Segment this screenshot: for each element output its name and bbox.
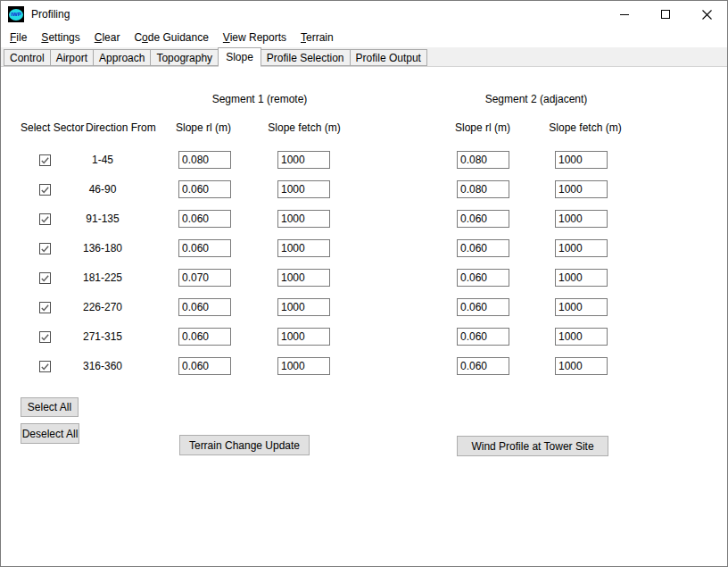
- maximize-icon: [661, 10, 670, 19]
- column-header-direction-from: Direction From: [86, 121, 156, 134]
- close-button[interactable]: [686, 1, 727, 28]
- seg1-slope-rl-input[interactable]: [178, 357, 231, 375]
- direction-range-label: 136-180: [74, 242, 131, 254]
- column-header-seg2-slope-rl: Slope rl (m): [429, 121, 536, 134]
- sector-row: 181-225: [1, 263, 727, 293]
- direction-range-label: 181-225: [74, 271, 131, 284]
- sector-checkbox[interactable]: [39, 154, 51, 166]
- sector-checkbox[interactable]: [39, 331, 51, 343]
- seg2-slope-rl-input[interactable]: [457, 328, 509, 346]
- seg1-slope-fetch-input[interactable]: [277, 357, 330, 375]
- wind-profile-tower-button[interactable]: Wind Profile at Tower Site: [457, 436, 608, 456]
- checkmark-icon: [40, 273, 50, 283]
- sector-checkbox[interactable]: [39, 302, 51, 313]
- tab-profile-output[interactable]: Profile Output: [350, 49, 427, 66]
- tab-control[interactable]: Control: [4, 49, 51, 66]
- menu-item-file[interactable]: File: [4, 29, 33, 46]
- seg1-slope-rl-input[interactable]: [178, 210, 231, 228]
- seg2-slope-rl-input[interactable]: [457, 298, 509, 316]
- direction-range-label: 271-315: [74, 330, 131, 343]
- seg2-slope-fetch-input[interactable]: [555, 151, 608, 169]
- seg2-slope-rl-input[interactable]: [457, 180, 509, 198]
- minimize-icon: [620, 14, 629, 15]
- seg1-slope-fetch-input[interactable]: [277, 328, 330, 346]
- seg1-slope-fetch-input[interactable]: [277, 239, 330, 257]
- direction-range-label: 316-360: [74, 360, 131, 372]
- close-icon: [702, 10, 712, 20]
- checkmark-icon: [40, 332, 50, 342]
- sector-rows: 1-45 46-90 91-135 136-180: [1, 146, 727, 381]
- seg1-slope-rl-input[interactable]: [178, 151, 231, 169]
- seg2-slope-rl-input[interactable]: [457, 357, 509, 375]
- menu-item-view-reports[interactable]: View Reports: [217, 29, 293, 46]
- seg1-slope-rl-input[interactable]: [178, 269, 231, 287]
- sector-row: 271-315: [1, 322, 727, 352]
- sector-row: 1-45: [1, 146, 727, 175]
- select-all-button[interactable]: Select All: [21, 397, 79, 417]
- sector-checkbox[interactable]: [39, 184, 51, 196]
- tab-slope[interactable]: Slope: [218, 47, 261, 67]
- seg1-slope-fetch-input[interactable]: [277, 269, 330, 287]
- menu-item-code-guidance[interactable]: Code Guidance: [128, 29, 214, 46]
- app-icon-circle: IWP: [9, 9, 23, 21]
- seg2-slope-rl-input[interactable]: [457, 210, 509, 228]
- direction-range-label: 91-135: [74, 213, 131, 225]
- seg1-slope-rl-input[interactable]: [178, 239, 231, 257]
- seg1-slope-rl-input[interactable]: [178, 298, 231, 316]
- tab-strip: Control Airport Approach Topography Slop…: [1, 47, 727, 67]
- direction-range-label: 1-45: [74, 154, 131, 166]
- app-icon: IWP: [8, 6, 24, 22]
- terrain-change-update-button[interactable]: Terrain Change Update: [179, 435, 310, 455]
- menu-item-settings[interactable]: Settings: [35, 29, 86, 46]
- checkmark-icon: [40, 303, 50, 313]
- seg2-slope-rl-input[interactable]: [457, 239, 509, 257]
- sector-row: 136-180: [1, 234, 727, 263]
- sector-checkbox[interactable]: [39, 361, 51, 372]
- deselect-all-button[interactable]: Deselect All: [21, 423, 79, 444]
- menu-item-clear[interactable]: Clear: [88, 29, 127, 46]
- tab-topography[interactable]: Topography: [150, 49, 219, 66]
- minimize-button[interactable]: [604, 1, 645, 28]
- sector-row: 91-135: [1, 204, 727, 234]
- seg2-slope-fetch-input[interactable]: [555, 328, 608, 346]
- seg2-slope-fetch-input[interactable]: [555, 269, 608, 287]
- segment1-header: Segment 1 (remote): [161, 93, 358, 105]
- checkmark-icon: [40, 214, 50, 224]
- tab-approach[interactable]: Approach: [93, 49, 151, 66]
- window-title: Profiling: [31, 8, 70, 21]
- seg2-slope-fetch-input[interactable]: [555, 239, 608, 257]
- seg2-slope-rl-input[interactable]: [457, 269, 509, 287]
- menu-item-terrain[interactable]: Terrain: [294, 29, 340, 46]
- direction-range-label: 46-90: [74, 183, 131, 196]
- sector-checkbox[interactable]: [39, 213, 51, 225]
- column-header-select-sector: Select Sector: [21, 121, 84, 134]
- sector-row: 46-90: [1, 175, 727, 204]
- seg1-slope-fetch-input[interactable]: [277, 210, 330, 228]
- seg2-slope-fetch-input[interactable]: [555, 298, 608, 316]
- window-controls: [604, 1, 727, 28]
- seg2-slope-rl-input[interactable]: [457, 151, 509, 169]
- sector-checkbox[interactable]: [39, 272, 51, 284]
- seg1-slope-fetch-input[interactable]: [277, 298, 330, 316]
- sector-row: 226-270: [1, 293, 727, 322]
- column-header-seg2-slope-fetch: Slope fetch (m): [532, 121, 639, 134]
- seg1-slope-rl-input[interactable]: [178, 328, 231, 346]
- seg2-slope-fetch-input[interactable]: [555, 210, 608, 228]
- seg2-slope-fetch-input[interactable]: [555, 180, 608, 198]
- seg1-slope-rl-input[interactable]: [178, 180, 231, 198]
- tab-airport[interactable]: Airport: [50, 49, 94, 66]
- checkmark-icon: [40, 185, 50, 195]
- checkmark-icon: [40, 362, 50, 371]
- direction-range-label: 226-270: [74, 301, 131, 313]
- column-header-seg1-slope-fetch: Slope fetch (m): [251, 121, 358, 134]
- maximize-button[interactable]: [645, 1, 686, 28]
- sector-checkbox[interactable]: [39, 243, 51, 254]
- checkmark-icon: [40, 244, 50, 254]
- menu-bar: File Settings Clear Code Guidance View R…: [1, 28, 727, 47]
- seg2-slope-fetch-input[interactable]: [555, 357, 608, 375]
- column-header-seg1-slope-rl: Slope rl (m): [150, 121, 257, 134]
- app-window: IWP Profiling File Settings Clear Code G…: [0, 0, 728, 567]
- seg1-slope-fetch-input[interactable]: [277, 180, 330, 198]
- tab-profile-selection[interactable]: Profile Selection: [261, 49, 351, 66]
- seg1-slope-fetch-input[interactable]: [277, 151, 330, 169]
